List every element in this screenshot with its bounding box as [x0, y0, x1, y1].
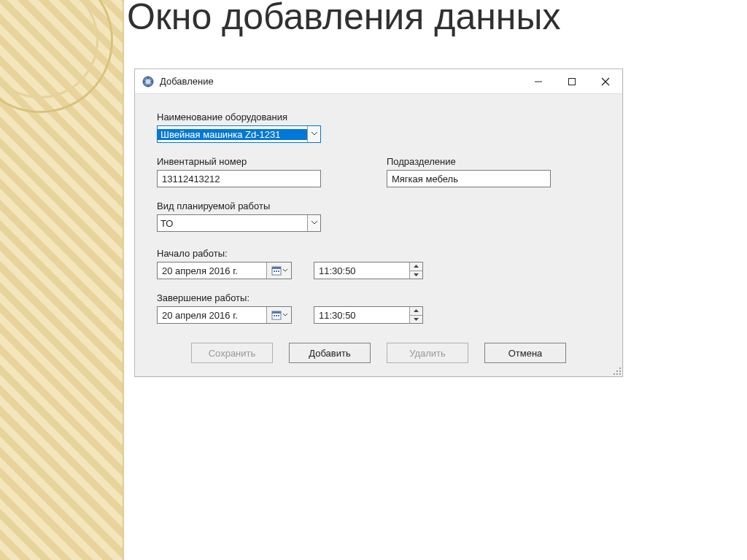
- spin-up-icon[interactable]: [410, 262, 422, 271]
- time-spinner: [409, 262, 422, 279]
- spin-down-icon[interactable]: [410, 271, 422, 279]
- app-icon: [142, 76, 154, 88]
- resize-grip-icon[interactable]: [611, 365, 621, 375]
- dialog-window: Добавление Наименование оборудования Шве…: [134, 69, 623, 377]
- svg-rect-12: [274, 271, 275, 272]
- inventory-label: Инвентарный номер: [157, 156, 321, 167]
- maximize-button[interactable]: [555, 69, 589, 94]
- svg-rect-4: [143, 81, 145, 82]
- work-type-value: ТО: [158, 218, 307, 229]
- spin-down-icon[interactable]: [410, 315, 422, 324]
- svg-rect-16: [272, 311, 281, 314]
- dialog-body: Наименование оборудования Швейная машинк…: [135, 94, 622, 376]
- spin-up-icon[interactable]: [410, 307, 422, 315]
- start-date-value: 20 апреля 2016 г.: [158, 265, 266, 276]
- svg-rect-17: [274, 315, 275, 316]
- equipment-combo[interactable]: Швейная машинка Zd-1231: [157, 125, 321, 143]
- calendar-icon[interactable]: [266, 307, 291, 323]
- start-time-picker[interactable]: 11:30:50: [314, 262, 423, 279]
- delete-button[interactable]: Удалить: [387, 343, 468, 363]
- svg-rect-3: [147, 85, 149, 87]
- department-label: Подразделение: [387, 156, 551, 167]
- chevron-down-icon[interactable]: [307, 126, 320, 142]
- svg-rect-2: [147, 77, 149, 79]
- start-date-picker[interactable]: 20 апреля 2016 г.: [157, 262, 292, 279]
- save-button[interactable]: Сохранить: [191, 343, 273, 363]
- svg-point-1: [146, 79, 151, 84]
- svg-rect-7: [569, 78, 576, 85]
- svg-rect-19: [278, 315, 279, 316]
- cancel-button[interactable]: Отмена: [484, 343, 566, 363]
- button-row: Сохранить Добавить Удалить Отмена: [157, 343, 600, 363]
- end-time-picker[interactable]: 11:30:50: [314, 306, 423, 324]
- work-type-combo[interactable]: ТО: [157, 214, 321, 232]
- svg-rect-5: [151, 81, 153, 82]
- department-input[interactable]: Мягкая мебель: [387, 170, 551, 187]
- minimize-button[interactable]: [522, 69, 555, 94]
- equipment-value: Швейная машинка Zd-1231: [158, 129, 307, 140]
- start-time-value: 11:30:50: [314, 265, 409, 276]
- svg-rect-11: [272, 267, 281, 269]
- add-button[interactable]: Добавить: [289, 343, 371, 363]
- slide-background-pattern: [0, 0, 124, 560]
- svg-rect-18: [276, 315, 277, 316]
- titlebar[interactable]: Добавление: [135, 69, 622, 94]
- equipment-label: Наименование оборудования: [157, 112, 600, 122]
- start-label: Начало работы:: [157, 248, 600, 259]
- end-label: Завершение работы:: [157, 292, 600, 303]
- svg-rect-13: [276, 271, 277, 272]
- end-date-value: 20 апреля 2016 г.: [158, 310, 266, 321]
- chevron-down-icon[interactable]: [307, 215, 320, 231]
- window-title: Добавление: [160, 76, 214, 87]
- work-type-label: Вид планируемой работы: [157, 201, 600, 211]
- time-spinner: [409, 307, 422, 323]
- close-button[interactable]: [589, 69, 622, 94]
- svg-rect-14: [278, 271, 279, 272]
- end-time-value: 11:30:50: [314, 310, 409, 321]
- inventory-input[interactable]: 13112413212: [157, 170, 321, 187]
- inventory-value: 13112413212: [162, 174, 220, 184]
- slide-title: Окно добавления данных: [127, 0, 560, 37]
- end-date-picker[interactable]: 20 апреля 2016 г.: [157, 306, 292, 324]
- department-value: Мягкая мебель: [392, 174, 458, 184]
- calendar-icon[interactable]: [266, 262, 291, 279]
